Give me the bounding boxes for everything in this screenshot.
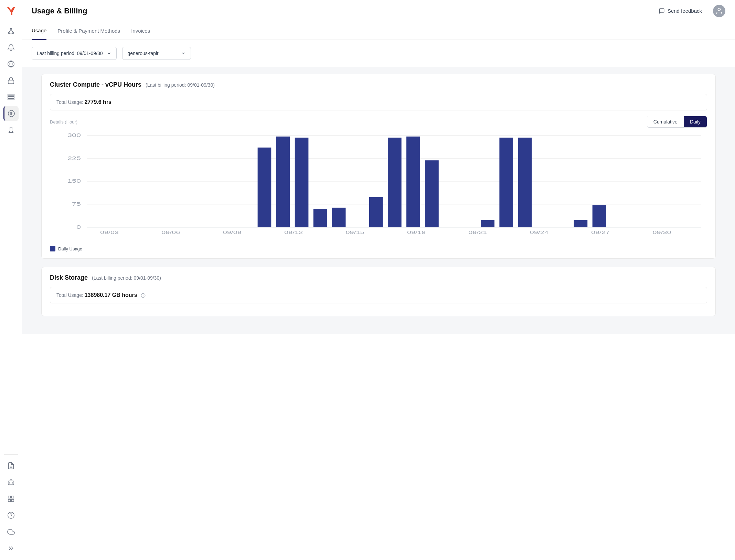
- period-filter[interactable]: Last billing period: 09/01-09/30: [32, 47, 117, 60]
- tab-usage[interactable]: Usage: [32, 22, 46, 40]
- svg-text:09/30: 09/30: [652, 230, 671, 235]
- svg-rect-23: [11, 496, 13, 498]
- main-content: Usage & Billing Send feedback Usage Prof…: [22, 0, 735, 560]
- bar-chart: 300 225 150 75 0: [50, 132, 707, 242]
- sidebar-item-security[interactable]: [3, 73, 19, 88]
- svg-text:09/03: 09/03: [100, 230, 119, 235]
- svg-text:225: 225: [67, 155, 81, 161]
- user-avatar[interactable]: [713, 5, 725, 17]
- svg-text:09/15: 09/15: [345, 230, 364, 235]
- disk-total-usage: Total Usage: 138980.17 GB hours: [50, 287, 707, 303]
- sidebar-item-billing[interactable]: [3, 106, 19, 121]
- svg-text:300: 300: [67, 133, 81, 138]
- sidebar-item-cloud[interactable]: [3, 524, 19, 539]
- svg-point-0: [10, 28, 12, 30]
- disk-storage-section: Disk Storage (Last billing period: 09/01…: [41, 267, 716, 316]
- svg-rect-53: [593, 205, 606, 227]
- svg-text:09/21: 09/21: [468, 230, 487, 235]
- sidebar-divider: [4, 454, 18, 455]
- tabs: Usage Profile & Payment Methods Invoices: [22, 22, 735, 40]
- svg-text:75: 75: [72, 202, 81, 207]
- svg-text:09/18: 09/18: [407, 230, 426, 235]
- sidebar-item-notifications[interactable]: [3, 40, 19, 55]
- disk-total-value: 138980.17 GB hours: [85, 292, 137, 298]
- chart-legend: Daily Usage: [50, 246, 707, 251]
- svg-rect-48: [425, 160, 439, 227]
- chart-controls: Details (Hour) Cumulative Daily: [50, 116, 707, 128]
- cluster-compute-period: (Last billing period: 09/01-09/30): [146, 82, 215, 88]
- chart-svg: 300 225 150 75 0: [50, 132, 707, 242]
- svg-rect-44: [332, 208, 346, 227]
- svg-line-4: [11, 29, 13, 32]
- svg-rect-52: [574, 220, 588, 227]
- svg-point-13: [10, 112, 10, 112]
- sidebar-item-docs[interactable]: [3, 458, 19, 473]
- sidebar-item-lab[interactable]: [3, 122, 19, 138]
- svg-point-28: [718, 8, 720, 10]
- svg-rect-43: [313, 209, 327, 227]
- svg-text:09/06: 09/06: [161, 230, 180, 235]
- svg-text:09/09: 09/09: [223, 230, 242, 235]
- svg-rect-49: [481, 220, 494, 227]
- sidebar-item-globe[interactable]: [3, 56, 19, 72]
- svg-text:0: 0: [76, 224, 81, 229]
- feedback-icon: [659, 8, 665, 14]
- svg-rect-18: [8, 481, 14, 485]
- sidebar-item-integrations[interactable]: [3, 491, 19, 506]
- send-feedback-button[interactable]: Send feedback: [653, 5, 707, 17]
- header-actions: Send feedback: [653, 5, 725, 17]
- svg-rect-45: [369, 197, 383, 227]
- sidebar-item-robot[interactable]: [3, 475, 19, 490]
- daily-btn[interactable]: Daily: [684, 116, 707, 127]
- sidebar-item-network[interactable]: [3, 23, 19, 39]
- cluster-compute-header: Cluster Compute - vCPU Hours (Last billi…: [50, 81, 707, 88]
- app-logo[interactable]: [4, 4, 18, 18]
- svg-rect-51: [518, 138, 532, 227]
- disk-storage-header: Disk Storage (Last billing period: 09/01…: [50, 274, 707, 281]
- sidebar-item-expand[interactable]: [3, 541, 19, 556]
- cumulative-btn[interactable]: Cumulative: [647, 116, 684, 127]
- disk-storage-period: (Last billing period: 09/01-09/30): [92, 275, 161, 281]
- svg-rect-8: [8, 80, 14, 84]
- svg-rect-25: [11, 499, 13, 502]
- period-chevron-icon: [107, 51, 111, 56]
- svg-text:09/12: 09/12: [284, 230, 303, 235]
- svg-rect-24: [8, 499, 10, 502]
- cluster-compute-title: Cluster Compute - vCPU Hours: [50, 81, 141, 88]
- svg-rect-41: [276, 137, 290, 227]
- svg-point-26: [8, 512, 14, 518]
- svg-rect-40: [258, 148, 271, 227]
- workspace-filter[interactable]: generous-tapir: [122, 47, 191, 60]
- svg-rect-47: [406, 137, 420, 227]
- svg-line-3: [9, 29, 11, 32]
- svg-rect-42: [295, 138, 309, 227]
- cluster-total-value: 2779.6 hrs: [85, 99, 111, 105]
- svg-rect-50: [499, 138, 513, 227]
- tab-profile[interactable]: Profile & Payment Methods: [57, 22, 120, 40]
- header: Usage & Billing Send feedback: [22, 0, 735, 22]
- legend-label: Daily Usage: [58, 246, 82, 251]
- svg-text:150: 150: [67, 179, 81, 184]
- svg-rect-10: [8, 96, 14, 98]
- avatar-icon: [715, 7, 723, 15]
- svg-text:09/27: 09/27: [591, 230, 610, 235]
- filters: Last billing period: 09/01-09/30 generou…: [22, 40, 735, 67]
- info-icon: [141, 293, 146, 298]
- svg-text:09/24: 09/24: [530, 230, 548, 235]
- sidebar-item-help[interactable]: [3, 508, 19, 523]
- legend-color: [50, 246, 55, 251]
- chart-details-label: Details (Hour): [50, 119, 77, 125]
- sidebar-item-resources[interactable]: [3, 89, 19, 105]
- chart-toggle: Cumulative Daily: [647, 116, 707, 128]
- cluster-compute-section: Cluster Compute - vCPU Hours (Last billi…: [41, 74, 716, 259]
- svg-rect-11: [8, 99, 14, 100]
- svg-rect-9: [8, 94, 14, 96]
- svg-point-19: [11, 479, 11, 480]
- workspace-chevron-icon: [181, 51, 186, 56]
- svg-rect-46: [388, 138, 402, 227]
- tab-invoices[interactable]: Invoices: [131, 22, 150, 40]
- cluster-total-usage: Total Usage: 2779.6 hrs: [50, 94, 707, 110]
- page-title: Usage & Billing: [32, 7, 87, 15]
- sidebar: [0, 0, 22, 560]
- content-area: Usage Profile & Payment Methods Invoices…: [22, 22, 735, 560]
